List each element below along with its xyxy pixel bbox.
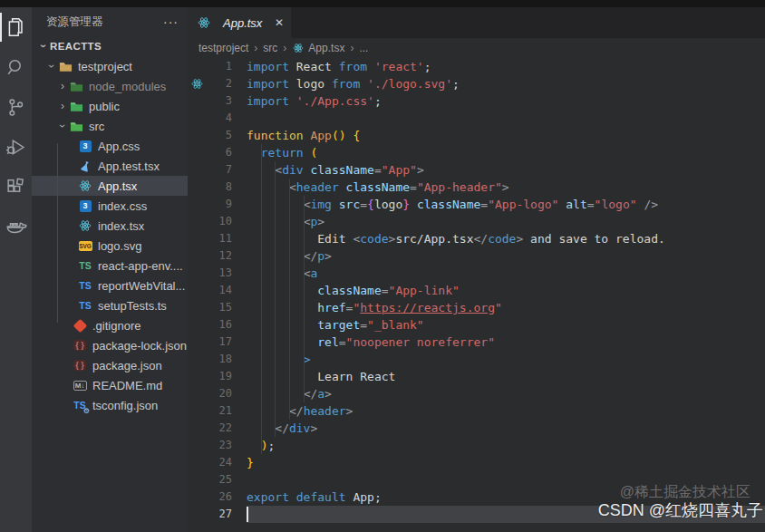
code-line-content[interactable]: } — [247, 454, 765, 471]
code-line-content[interactable]: import './App.css'; — [247, 92, 765, 110]
gutter-line-16[interactable]: 16 — [188, 316, 247, 334]
explorer-more-actions-icon[interactable]: ··· — [163, 15, 179, 29]
gutter-line-13[interactable]: 13 — [188, 265, 247, 282]
tree-item-index-tsx[interactable]: index.tsx — [32, 216, 188, 236]
tree-item-node-modules[interactable]: ›node_modules — [32, 76, 188, 96]
code-line-6[interactable]: 6 return ( — [188, 144, 765, 161]
tree-item-reportwebvital-[interactable]: TSreportWebVital... — [32, 276, 188, 295]
gutter-line-2[interactable]: 2 — [188, 75, 247, 92]
breadcrumb-item[interactable]: src — [263, 42, 277, 54]
code-line-27[interactable]: 27 — [188, 506, 765, 523]
code-line-content[interactable]: <p> — [247, 213, 765, 230]
gutter-line-11[interactable]: 11 — [188, 230, 247, 247]
code-line-content[interactable]: return ( — [247, 144, 765, 161]
tree-item-logo-svg[interactable]: SVGlogo.svg — [32, 236, 188, 256]
gutter-line-21[interactable]: 21 — [188, 402, 247, 420]
docker-icon[interactable] — [0, 207, 32, 247]
code-line-content[interactable]: <img src={logo} className="App-logo" alt… — [247, 196, 765, 213]
code-line-23[interactable]: 23 ); — [188, 437, 765, 454]
code-line-content[interactable] — [247, 110, 765, 127]
explorer-icon[interactable] — [0, 7, 32, 47]
gutter-line-10[interactable]: 10 — [188, 213, 247, 230]
tree-item-testproject[interactable]: ›testproject — [32, 56, 188, 76]
chevron-down-icon: › — [37, 40, 50, 53]
code-line-content[interactable]: import React from 'react'; — [247, 58, 765, 75]
gutter-line-4[interactable]: 4 — [188, 110, 247, 127]
gutter-line-27[interactable]: 27 — [188, 506, 247, 523]
tree-item-package-json[interactable]: { }package.json — [32, 355, 188, 375]
code-line-5[interactable]: 5function App() { — [188, 127, 765, 144]
tree-item-package-lock-json[interactable]: { }package-lock.json — [32, 335, 188, 355]
source-control-icon[interactable] — [0, 87, 32, 127]
code-line-24[interactable]: 24} — [188, 454, 765, 471]
breadcrumb-item[interactable]: App.tsx — [308, 42, 344, 54]
code-line-1[interactable]: 1import React from 'react'; — [188, 58, 765, 75]
code-line-content[interactable]: import logo from './logo.svg'; — [247, 75, 765, 92]
code-line-content[interactable]: className="App-link" — [247, 282, 765, 299]
gutter-line-20[interactable]: 20 — [188, 385, 247, 402]
code-line-content[interactable]: </p> — [247, 247, 765, 265]
code-line-26[interactable]: 26export default App; — [188, 488, 765, 506]
gutter-line-18[interactable]: 18 — [188, 351, 247, 368]
gutter-line-7[interactable]: 7 — [188, 161, 247, 179]
tree-item-app-css[interactable]: 3App.css — [32, 136, 188, 156]
gutter-line-9[interactable]: 9 — [188, 196, 247, 213]
code-line-content[interactable]: > — [247, 351, 765, 368]
breadcrumb-item[interactable]: testproject — [199, 42, 248, 54]
code-line-content[interactable]: ); — [247, 437, 765, 454]
breadcrumb-item[interactable]: ... — [359, 42, 368, 54]
tree-section-reactts[interactable]: ›REACTTS — [32, 36, 188, 56]
code-editor[interactable]: 1import React from 'react';2import logo … — [188, 58, 765, 532]
git-icon — [73, 318, 87, 333]
code-line-content[interactable] — [247, 506, 765, 523]
code-line-content[interactable]: target="_blank" — [247, 316, 765, 334]
tree-item-tsconfig-json[interactable]: TS⚙tsconfig.json — [32, 395, 188, 415]
code-line-content[interactable] — [247, 471, 765, 488]
gutter-line-6[interactable]: 6 — [188, 144, 247, 161]
code-line-content[interactable]: Edit <code>src/App.tsx</code> and save t… — [247, 230, 765, 247]
code-line-content[interactable]: <header className="App-header"> — [247, 179, 765, 196]
gutter-line-19[interactable]: 19 — [188, 368, 247, 385]
tree-item-public[interactable]: ›public — [32, 96, 188, 116]
gutter-line-15[interactable]: 15 — [188, 299, 247, 316]
code-line-content[interactable]: </a> — [247, 385, 765, 402]
code-line-content[interactable]: <a — [247, 265, 765, 282]
code-line-4[interactable]: 4 — [188, 110, 765, 127]
code-line-content[interactable]: </header> — [247, 402, 765, 420]
extensions-icon[interactable] — [0, 167, 32, 207]
code-line-content[interactable]: <div className="App"> — [247, 161, 765, 179]
close-icon[interactable]: ✕ — [275, 16, 284, 29]
code-line-content[interactable]: export default App; — [247, 488, 765, 506]
gutter-line-3[interactable]: 3 — [188, 92, 247, 110]
tree-item-app-tsx[interactable]: App.tsx — [32, 176, 188, 196]
tree-item-index-css[interactable]: 3index.css — [32, 196, 188, 216]
tree-item-setuptests-ts[interactable]: TSsetupTests.ts — [32, 295, 188, 315]
gutter-line-5[interactable]: 5 — [188, 127, 247, 144]
gutter-line-8[interactable]: 8 — [188, 179, 247, 196]
gutter-line-25[interactable]: 25 — [188, 471, 247, 488]
tree-item-react-app-env-[interactable]: TSreact-app-env.... — [32, 256, 188, 276]
gutter-line-23[interactable]: 23 — [188, 437, 247, 454]
tab-apptsx[interactable]: App.tsx ✕ — [188, 7, 291, 38]
code-line-content[interactable]: href="https://reactjs.org" — [247, 299, 765, 316]
code-line-content[interactable]: </div> — [247, 420, 765, 437]
run-debug-icon[interactable] — [0, 127, 32, 167]
tree-item-readme-md[interactable]: M↓README.md — [32, 375, 188, 395]
gutter-line-24[interactable]: 24 — [188, 454, 247, 471]
tree-item-app-test-tsx[interactable]: App.test.tsx — [32, 156, 188, 176]
code-line-content[interactable]: function App() { — [247, 127, 765, 144]
gutter-line-12[interactable]: 12 — [188, 247, 247, 265]
gutter-line-17[interactable]: 17 — [188, 334, 247, 351]
tree-item-src[interactable]: ›src — [32, 116, 188, 136]
code-line-content[interactable]: rel="noopener noreferrer" — [247, 334, 765, 351]
code-line-2[interactable]: 2import logo from './logo.svg'; — [188, 75, 765, 92]
tree-item--gitignore[interactable]: .gitignore — [32, 315, 188, 335]
code-line-content[interactable]: Learn React — [247, 368, 765, 385]
code-line-25[interactable]: 25 — [188, 471, 765, 488]
gutter-line-1[interactable]: 1 — [188, 58, 247, 75]
code-line-3[interactable]: 3import './App.css'; — [188, 92, 765, 110]
gutter-line-14[interactable]: 14 — [188, 282, 247, 299]
search-icon[interactable] — [0, 47, 32, 87]
gutter-line-22[interactable]: 22 — [188, 420, 247, 437]
gutter-line-26[interactable]: 26 — [188, 488, 247, 506]
